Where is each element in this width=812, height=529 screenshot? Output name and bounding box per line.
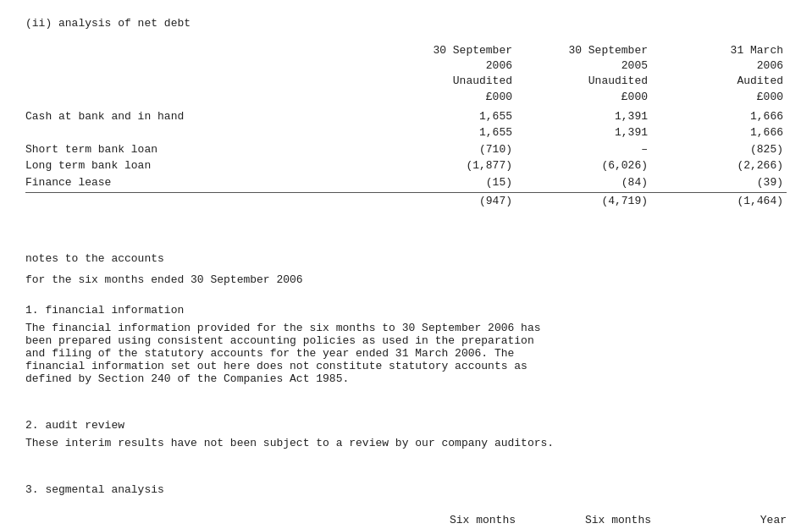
table-row: Finance lease (15) (84) (39) xyxy=(25,174,787,191)
col2-header: 30 September 2005 Unaudited £000 xyxy=(516,43,651,105)
table-row: Cash at bank and in hand 1,655 1,391 1,6… xyxy=(25,108,787,125)
item1-title: 1. financial information xyxy=(25,304,787,317)
item3-title: 3. segmental analysis xyxy=(25,483,787,496)
col1-header: 30 September 2006 Unaudited £000 xyxy=(380,43,516,105)
bottom-col1-header: Six months ended 30 September 2006 Unaud… xyxy=(380,513,516,529)
item2-body: These interim results have not been subj… xyxy=(25,437,787,449)
table-row-total: (947) (4,719) (1,464) xyxy=(25,192,787,210)
financial-info-section: 1. financial information The financial i… xyxy=(25,304,787,385)
bottom-col2-header: Six months ended 30 September 2005 Unaud… xyxy=(516,513,651,529)
item1-body1: The financial information provided for t… xyxy=(25,322,787,334)
column-headers: 30 September 2006 Unaudited £000 30 Sept… xyxy=(25,43,787,105)
table-row: Long term bank loan (1,877) (6,026) (2,2… xyxy=(25,157,787,174)
audit-review-section: 2. audit review These interim results ha… xyxy=(25,419,787,449)
item2-title: 2. audit review xyxy=(25,419,787,432)
page-title: (ii) analysis of net debt xyxy=(25,17,787,30)
item1-body3: and filing of the statutory accounts for… xyxy=(25,347,787,360)
segmental-analysis-section: 3. segmental analysis xyxy=(25,483,787,496)
notes-subtitle: for the six months ended 30 September 20… xyxy=(25,272,787,289)
item1-body5: defined by Section 240 of the Companies … xyxy=(25,372,787,385)
bottom-col3-header: Year ended 31 March 2006 Audited £000 xyxy=(651,513,787,529)
notes-section: notes to the accounts for the six months… xyxy=(25,251,787,289)
item1-body2: been prepared using consistent accountin… xyxy=(25,334,787,347)
net-debt-table: Cash at bank and in hand 1,655 1,391 1,6… xyxy=(25,108,787,210)
notes-title: notes to the accounts xyxy=(25,251,787,268)
table-row: Short term bank loan (710) – (825) xyxy=(25,141,787,158)
table-row: 1,655 1,391 1,666 xyxy=(25,124,787,141)
col3-header: 31 March 2006 Audited £000 xyxy=(651,43,787,105)
item1-body4: financial information set out here does … xyxy=(25,360,787,372)
bottom-column-headers: Six months ended 30 September 2006 Unaud… xyxy=(25,513,787,529)
